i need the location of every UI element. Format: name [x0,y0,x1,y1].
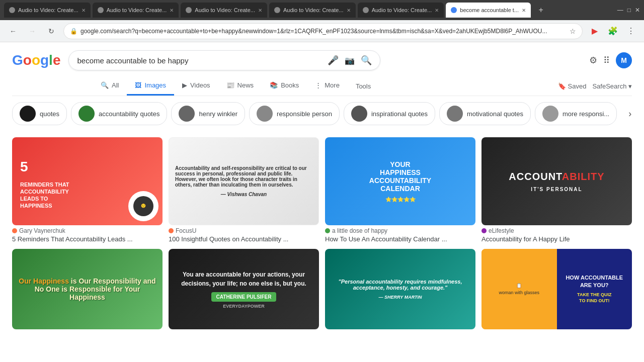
chip-more-responsi-img [542,106,558,122]
image-card-7[interactable]: "Personal accountability requires mindfu… [325,249,475,329]
search-tabs: 🔍 All 🖼 Images ▶ Videos 📰 News 📚 Books ⋮… [12,76,632,96]
tab-1-label: Audio to Video: Create... [18,7,78,13]
tab-all[interactable]: 🔍 All [93,76,127,96]
chip-accountability-img [78,106,95,122]
address-bar[interactable]: 🔒 google.com/search?q=become+accountable… [63,23,583,39]
maximize-button[interactable]: □ [627,7,631,14]
chip-accountability-quotes[interactable]: accountability quotes [71,102,167,125]
image-card-6[interactable]: You are accountable for your actions, yo… [169,249,319,329]
chip-motivational-quotes[interactable]: motivational quotes [439,102,531,125]
tab-6-close[interactable]: ✕ [522,8,526,13]
tab-6-active[interactable]: become accountable t... ✕ [446,3,531,18]
user-avatar[interactable]: M [616,52,632,68]
youtube-icon[interactable]: ▶ [588,24,602,38]
image-source-2: FocusU [169,227,319,234]
logo-o2: o [32,52,40,68]
image-grid-row1: 5 REMINDERS THATACCOUNTABILITYLEADS TOHA… [12,137,632,249]
all-icon: 🔍 [101,81,109,89]
image-overlay-3: YOUR HAPPINESS ACCOUNTABILITY CALENDAR ⭐… [325,137,475,225]
logo-g2: g [40,52,49,68]
tab-3-close[interactable]: ✕ [258,8,262,13]
image-title-1: 5 Reminders That Accountability Leads ..… [12,235,163,243]
image-card-5[interactable]: Our Happiness is Our Responsibility and … [12,249,163,329]
tab-2-close[interactable]: ✕ [170,8,174,13]
chip-responsible-person[interactable]: responsible person [249,102,340,125]
search-input[interactable]: become accountable to be happy [77,56,323,65]
menu-icon[interactable]: ⋮ [624,24,638,38]
forward-button[interactable]: → [25,24,39,38]
image-title-4: Accountability for A Happy Life [481,235,632,243]
chip-quotes-img [20,106,36,122]
logo-o1: o [23,52,32,68]
source-dot-4 [481,228,487,233]
tab-2[interactable]: Audio to Video: Create... ✕ [93,3,179,18]
tab-3[interactable]: Audio to Video: Create... ✕ [181,3,267,18]
extensions-icon[interactable]: 🧩 [606,24,620,38]
tab-4[interactable]: Audio to Video: Create... ✕ [269,3,356,18]
tab-images-label: Images [144,81,166,89]
new-tab-button[interactable]: + [535,6,547,15]
image-overlay-6: You are accountable for your actions, yo… [169,249,319,329]
tab-6-label: become accountable t... [460,7,519,13]
source-name-1: Gary Vaynerchuk [19,227,65,234]
back-button[interactable]: ← [6,24,20,38]
tab-images[interactable]: 🖼 Images [127,76,174,96]
image-card-1[interactable]: 5 REMINDERS THATACCOUNTABILITYLEADS TOHA… [12,137,163,243]
tab-books-label: Books [281,81,299,89]
chip-quotes-label: quotes [40,110,59,118]
tab-more[interactable]: ⋮ More [307,76,348,96]
image-card-2[interactable]: Accountability and self-responsibility a… [169,137,319,243]
voice-search-icon[interactable]: 🎤 [328,55,339,66]
tab-5-close[interactable]: ✕ [435,8,439,13]
chip-henry-winkler[interactable]: henry winkler [171,102,245,125]
minimize-button[interactable]: — [617,7,623,14]
tools-button[interactable]: Tools [348,77,379,95]
saved-button[interactable]: 🔖 Saved [558,82,587,90]
safe-search-toggle[interactable]: SafeSearch ▾ [592,82,632,90]
tab-videos[interactable]: ▶ Videos [174,76,218,96]
google-apps-icon[interactable]: ⠿ [603,55,610,66]
chips-next-button[interactable]: › [621,105,632,123]
tab-1[interactable]: Audio to Video: Create... ✕ [4,3,91,18]
tab-4-label: Audio to Video: Create... [283,7,344,13]
search-box[interactable]: become accountable to be happy 🎤 📷 🔍 [68,50,380,70]
chip-quotes[interactable]: quotes [12,102,67,125]
lens-icon[interactable]: 📷 [345,56,355,65]
image-overlay-5: Our Happiness is Our Responsibility and … [12,249,163,329]
more-icon: ⋮ [315,81,321,89]
tab-5[interactable]: Audio to Video: Create... ✕ [358,3,444,18]
tab-news-label: News [237,81,254,89]
image-card-4[interactable]: ACCOUNTABILITY IT'S PERSONAL eLifestyle … [481,137,632,243]
logo-l: l [49,52,53,68]
close-window-button[interactable]: ✕ [635,7,640,14]
reload-button[interactable]: ↻ [44,24,58,38]
bookmark-icon[interactable]: ☆ [570,27,576,35]
source-name-2: FocusU [176,227,196,234]
image-thumb-5: Our Happiness is Our Responsibility and … [12,249,163,329]
tab-all-label: All [112,81,119,89]
bookmark-saved-icon: 🔖 [558,82,566,90]
chip-inspirational-label: inspirational quotes [371,110,428,118]
source-dot-3 [325,228,330,233]
saved-label: Saved [568,82,587,90]
tab-1-close[interactable]: ✕ [82,8,86,13]
chip-inspirational-img [351,106,367,122]
tab-books[interactable]: 📚 Books [262,76,307,96]
chip-henry-label: henry winkler [199,110,237,118]
tab-news[interactable]: 📰 News [218,76,262,96]
books-icon: 📚 [270,81,278,89]
image-card-3[interactable]: YOUR HAPPINESS ACCOUNTABILITY CALENDAR ⭐… [325,137,475,243]
settings-icon[interactable]: ⚙ [589,55,597,66]
source-dot-2 [169,228,174,233]
chips-row: quotes accountability quotes henry winkl… [12,102,632,129]
image-title-2: 100 Insightful Quotes on Accountability … [169,235,319,243]
chip-more-responsi[interactable]: more responsi... [535,102,617,125]
search-icons: 🎤 📷 🔍 [328,55,372,66]
tab-4-close[interactable]: ✕ [347,8,351,13]
image-thumb-4: ACCOUNTABILITY IT'S PERSONAL [481,137,632,225]
image-thumb-2: Accountability and self-responsibility a… [169,137,319,225]
image-card-8[interactable]: 📋 woman with glasses HOW ACCOUNTABLE ARE… [481,249,632,329]
chip-inspirational-quotes[interactable]: inspirational quotes [344,102,435,125]
tab-nav-controls: — □ ✕ [617,7,640,14]
search-button-icon[interactable]: 🔍 [361,55,372,66]
